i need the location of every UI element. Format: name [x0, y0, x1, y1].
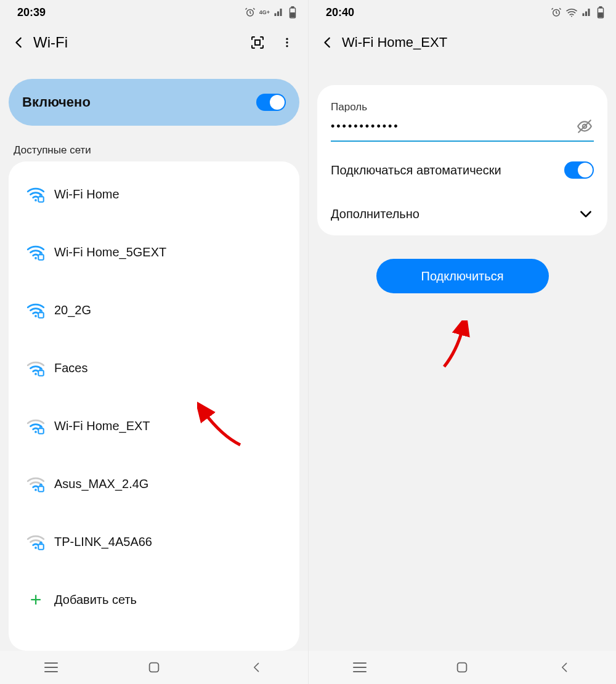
wifi-icon: [17, 184, 54, 205]
network-item[interactable]: TP-LINK_4A5A66: [9, 513, 299, 571]
status-network-label: 4G+: [259, 10, 270, 15]
network-item[interactable]: Asus_MAX_2.4G: [9, 455, 299, 513]
chevron-left-icon: [321, 36, 334, 49]
home-icon: [455, 661, 469, 674]
network-name: Wi-Fi Home_EXT: [54, 419, 150, 433]
signal-icon: [582, 7, 593, 18]
wifi-toggle-label: Включено: [22, 94, 256, 110]
page-title: Wi-Fi: [33, 34, 249, 51]
svg-point-14: [34, 373, 37, 375]
svg-rect-21: [38, 544, 44, 550]
svg-rect-19: [38, 486, 44, 492]
svg-point-10: [34, 257, 37, 259]
wifi-toggle-card: Включено: [9, 79, 299, 126]
wifi-icon: [17, 357, 54, 378]
plus-icon: +: [17, 588, 54, 611]
eye-off-icon: [577, 118, 593, 134]
recent-icon: [44, 662, 59, 673]
network-name: Wi-Fi Home: [54, 187, 120, 202]
advanced-row[interactable]: Дополнительно: [317, 192, 607, 235]
alarm-icon: [245, 7, 256, 18]
svg-rect-15: [38, 370, 44, 376]
back-icon: [251, 661, 263, 674]
wifi-icon: [17, 299, 54, 320]
svg-rect-30: [599, 13, 602, 17]
wifi-icon: [17, 531, 54, 552]
chevron-down-icon: [578, 206, 594, 222]
svg-rect-2: [291, 7, 294, 8]
header: Wi-Fi Home_EXT: [309, 25, 616, 60]
svg-point-12: [34, 315, 37, 317]
qr-scan-button[interactable]: [249, 34, 266, 51]
connect-button-label: Подключиться: [421, 269, 504, 283]
svg-rect-11: [38, 254, 44, 260]
nav-bar: [309, 651, 616, 684]
svg-rect-17: [38, 428, 44, 434]
network-name: Faces: [54, 361, 87, 375]
nav-back-button[interactable]: [246, 657, 267, 678]
svg-point-16: [34, 431, 37, 433]
network-name: TP-LINK_4A5A66: [54, 535, 152, 549]
svg-point-20: [34, 547, 37, 549]
connect-button[interactable]: Подключиться: [376, 259, 549, 293]
wifi-toggle-switch[interactable]: [256, 94, 286, 111]
add-network-label: Добавить сеть: [54, 593, 137, 607]
status-bar: 20:40: [309, 0, 616, 25]
auto-connect-switch[interactable]: [564, 161, 594, 179]
recent-icon: [352, 662, 367, 673]
svg-rect-4: [255, 40, 260, 45]
more-vertical-icon: [281, 36, 293, 49]
network-item[interactable]: Wi-Fi Home_EXT: [9, 397, 299, 455]
more-button[interactable]: [278, 34, 296, 51]
header: Wi-Fi: [0, 25, 308, 60]
svg-rect-9: [38, 197, 44, 202]
back-button[interactable]: [9, 32, 30, 53]
wifi-icon: [17, 242, 54, 263]
svg-point-18: [34, 489, 37, 491]
section-label: Доступные сети: [14, 144, 294, 157]
auto-connect-row: Подключаться автоматически: [317, 148, 607, 192]
nav-home-button[interactable]: [452, 657, 472, 678]
network-item[interactable]: Faces: [9, 339, 299, 397]
status-right: 4G+: [245, 6, 297, 18]
svg-rect-13: [38, 312, 44, 318]
network-name: Wi-Fi Home_5GEXT: [54, 245, 166, 259]
page-title: Wi-Fi Home_EXT: [342, 35, 607, 51]
password-input[interactable]: ••••••••••••: [331, 120, 575, 133]
nav-recent-button[interactable]: [349, 657, 370, 678]
nav-bar: [0, 651, 308, 684]
back-button[interactable]: [317, 32, 338, 53]
svg-point-6: [286, 41, 288, 43]
network-item[interactable]: Wi-Fi Home: [9, 165, 299, 223]
wifi-status-icon: [565, 7, 578, 17]
status-bar: 20:39 4G+: [0, 0, 308, 25]
svg-point-8: [34, 199, 37, 202]
phone-left: 20:39 4G+ Wi-Fi Включено Доступные сети: [0, 0, 308, 684]
network-list: Wi-Fi Home Wi-Fi Home_5GEXT 20_2G Faces …: [9, 161, 299, 651]
phone-right: 20:40 Wi-Fi Home_EXT Пароль ••••••••••••…: [308, 0, 616, 684]
wifi-icon: [17, 415, 54, 436]
network-item[interactable]: 20_2G: [9, 281, 299, 339]
status-right: [551, 6, 605, 18]
svg-rect-25: [150, 663, 159, 672]
svg-rect-36: [458, 663, 467, 672]
settings-card: Пароль •••••••••••• Подключаться автомат…: [317, 85, 607, 235]
svg-rect-29: [599, 7, 602, 8]
battery-icon: [288, 6, 297, 18]
battery-icon: [596, 6, 605, 18]
network-name: 20_2G: [54, 303, 91, 317]
network-name: Asus_MAX_2.4G: [54, 477, 148, 491]
svg-point-5: [286, 38, 288, 40]
nav-back-button[interactable]: [554, 657, 575, 678]
home-icon: [147, 661, 161, 674]
nav-recent-button[interactable]: [41, 657, 62, 678]
network-item[interactable]: Wi-Fi Home_5GEXT: [9, 223, 299, 281]
add-network-item[interactable]: + Добавить сеть: [9, 571, 299, 629]
status-time: 20:40: [326, 6, 354, 19]
nav-home-button[interactable]: [144, 657, 164, 678]
chevron-left-icon: [12, 36, 26, 49]
qr-icon: [250, 35, 265, 50]
svg-rect-3: [291, 13, 294, 17]
status-time: 20:39: [17, 6, 46, 19]
toggle-password-visibility-button[interactable]: [575, 117, 594, 136]
